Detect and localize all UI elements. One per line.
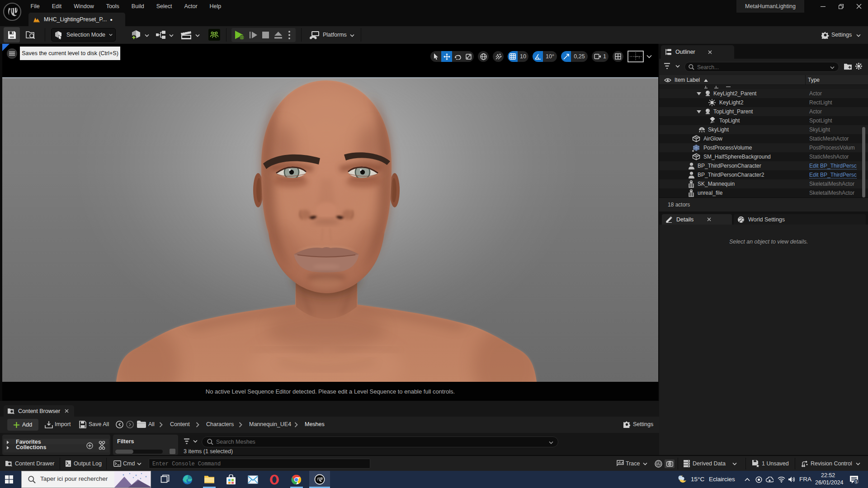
svg-text:5: 5: [855, 479, 858, 484]
